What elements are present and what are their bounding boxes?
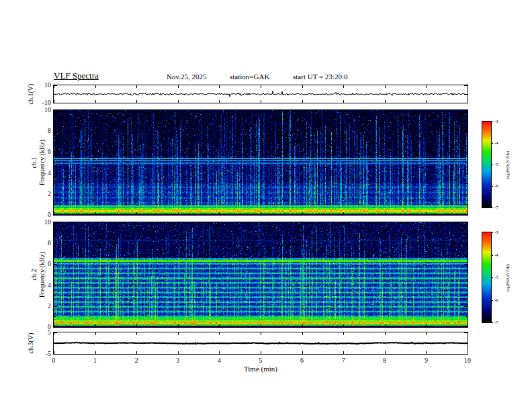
ch2-spectrogram-plot [54, 222, 468, 327]
y-tick-label: 10 [28, 218, 51, 226]
axis-tick [491, 186, 493, 187]
axis-tick [385, 222, 386, 225]
axis-tick [178, 212, 179, 215]
axis-tick [491, 300, 493, 301]
plot-title: VLF Spectra [54, 71, 99, 81]
axis-tick [466, 275, 468, 275]
axis-tick [302, 85, 303, 88]
x-tick-label: 7 [335, 357, 351, 364]
axis-tick [426, 222, 427, 225]
colorbar-gradient [482, 232, 491, 322]
axis-tick [464, 354, 468, 355]
vlf-spectra-figure: VLF Spectra Nov.25, 2025 station=GAK sta… [0, 0, 532, 411]
axis-tick [54, 285, 57, 286]
axis-tick [136, 332, 137, 335]
axis-tick [464, 85, 468, 86]
colorbar-tick-label: -7 [494, 205, 498, 210]
axis-tick [261, 110, 261, 113]
x-tick-label: 4 [211, 357, 227, 364]
axis-tick [54, 152, 57, 152]
axis-tick [136, 100, 137, 103]
colorbar-tick-label: -3 [494, 119, 498, 124]
axis-tick [491, 143, 493, 144]
axis-tick [302, 110, 303, 113]
axis-tick [468, 100, 468, 103]
axis-tick [54, 215, 57, 216]
axis-tick [302, 332, 303, 335]
colorbar-tick-label: -5 [494, 275, 498, 280]
axis-tick [464, 222, 468, 223]
x-tick-label: 1 [87, 357, 103, 364]
x-tick-label: 0 [46, 357, 62, 364]
y-tick-label: 6 [28, 260, 51, 267]
axis-tick [464, 327, 468, 328]
axis-tick [468, 332, 468, 335]
y-tick-label: 5 [28, 328, 51, 336]
axis-tick [178, 332, 179, 335]
axis-tick [219, 332, 220, 335]
axis-tick [343, 110, 344, 113]
axis-tick [468, 110, 468, 113]
x-tick-label: 8 [377, 357, 393, 364]
axis-tick [426, 110, 427, 113]
axis-tick [54, 142, 56, 142]
axis-tick [178, 351, 179, 354]
plot-date: Nov.25, 2025 [167, 73, 206, 81]
axis-tick [95, 85, 96, 88]
colorbar-tick-label: -5 [494, 162, 498, 167]
axis-tick [136, 212, 137, 215]
axis-tick [54, 173, 57, 174]
axis-tick [426, 351, 427, 354]
axis-tick [491, 122, 493, 122]
axis-tick [54, 275, 56, 275]
x-tick-label: 3 [170, 357, 186, 364]
axis-tick [343, 222, 344, 225]
axis-tick [426, 212, 427, 215]
colorbar-tick-label: -3 [494, 230, 498, 235]
axis-tick [54, 233, 56, 234]
axis-tick [343, 324, 344, 327]
axis-tick [302, 212, 303, 215]
colorbar-tick-label: -7 [494, 320, 498, 325]
axis-tick [178, 324, 179, 327]
axis-tick [464, 285, 468, 286]
axis-tick [464, 152, 468, 152]
axis-tick [464, 215, 468, 216]
x-tick-label: 6 [294, 357, 310, 364]
axis-tick [302, 100, 303, 103]
axis-tick [95, 222, 96, 225]
axis-tick [261, 85, 261, 88]
axis-tick [54, 332, 57, 333]
axis-tick [302, 351, 303, 354]
axis-tick [219, 110, 220, 113]
axis-tick [54, 183, 56, 184]
axis-tick [468, 351, 468, 354]
x-tick-label: 2 [128, 357, 144, 364]
axis-tick [54, 343, 56, 344]
y-tick-label: 10 [28, 81, 51, 89]
colorbar-ch2 [482, 232, 492, 323]
axis-tick [464, 264, 468, 265]
colorbar-axis-label: log(PSD)(V²/Hz) [506, 253, 512, 304]
axis-tick [385, 332, 386, 335]
axis-tick [385, 324, 386, 327]
axis-tick [466, 254, 468, 255]
axis-tick [261, 222, 261, 225]
y-tick-label: 8 [28, 127, 51, 134]
x-axis-label: Time (min) [227, 365, 294, 373]
axis-tick [343, 100, 344, 103]
axis-tick [219, 222, 220, 225]
axis-tick [302, 324, 303, 327]
start-ut-label: start UT = 23:20:0 [293, 73, 347, 81]
axis-tick [426, 332, 427, 335]
axis-tick [261, 100, 261, 103]
axis-tick [491, 322, 493, 323]
axis-tick [491, 208, 493, 208]
axis-tick [343, 85, 344, 88]
axis-tick [466, 343, 468, 344]
axis-tick [466, 163, 468, 163]
axis-tick [464, 173, 468, 174]
axis-tick [385, 212, 386, 215]
axis-tick [464, 103, 468, 103]
y-tick-label: 6 [28, 148, 51, 155]
